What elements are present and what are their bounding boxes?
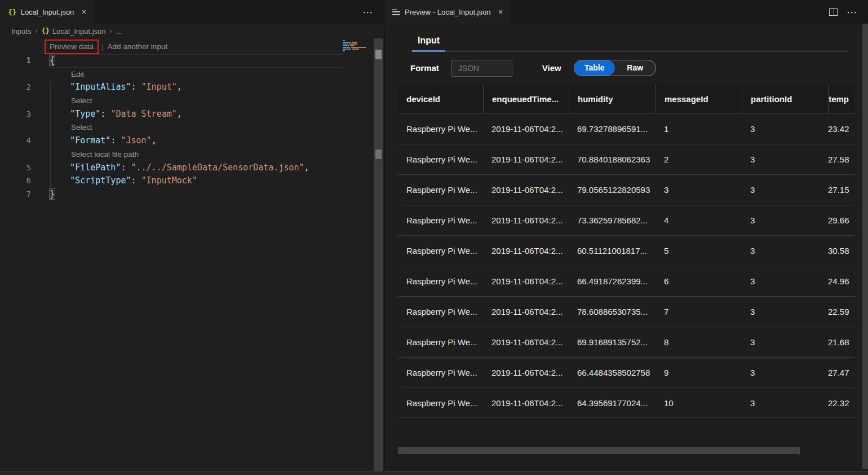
editor-tabbar: {} Local_Input.json ✕ ⋯ [0,0,384,24]
code-line[interactable]: 2 "InputAlias": "Input", [0,81,384,94]
code-token: , [177,82,182,92]
more-actions-icon[interactable]: ⋯ [847,7,858,17]
codelens-link[interactable]: Select local file path [71,150,139,159]
close-icon[interactable]: ✕ [79,7,88,17]
codelens-row: Edit [0,68,384,81]
codelens-row: Select [0,121,384,134]
split-editor-icon[interactable] [829,8,838,16]
tab-local-input-json[interactable]: {} Local_Input.json ✕ [0,0,94,24]
code-line[interactable]: 4 "Format": "Json", [0,134,384,148]
table-row: Raspberry Pi We...2019-11-06T04:2...66.4… [398,266,855,296]
minimap[interactable] [343,40,372,51]
table-cell: 27.58 [828,155,855,164]
codelens-add-input-link[interactable]: Add another input [108,42,168,51]
table-cell: 1 [656,124,742,134]
data-table: deviceIdenqueuedTime...humiditymessageId… [398,85,855,418]
line-number: 6 [0,174,31,188]
code-area: Preview data|Add another input 1{Edit2 "… [0,38,384,471]
table-row: Raspberry Pi We...2019-11-06T04:2...60.5… [398,235,855,266]
code-line[interactable]: 3 "Type": "Data Stream", [0,108,384,121]
table-row: Raspberry Pi We...2019-11-06T04:2...69.7… [398,113,855,144]
code-token: : [110,135,121,146]
code-token: "Type" [70,109,100,119]
codelens-link[interactable]: Select [71,123,92,131]
preview-controls: Format View TableRaw [410,59,868,77]
vscode-window: {} Local_Input.json ✕ ⋯ Inputs › {} Loca… [0,0,868,475]
code-token: , [177,109,182,119]
codelens-preview-data-link[interactable]: Preview data [45,39,99,54]
table-cell: 60.51121001817... [569,246,656,256]
json-braces-icon: {} [41,27,49,35]
table-cell: Raspberry Pi We... [398,398,483,408]
scrollbar-decoration [375,149,382,159]
code-token: "Json" [121,135,151,146]
table-cell: Raspberry Pi We... [398,307,483,316]
table-cell: Raspberry Pi We... [398,246,483,256]
breadcrumb-item-file[interactable]: {} Local_Input.json [41,27,105,36]
code-token: "ScriptType" [70,175,131,186]
tab-title: Preview - Local_Input.json [405,8,490,16]
table-cell: 69.91689135752... [569,337,656,347]
table-cell: 64.39569177024... [569,398,656,408]
editor-vertical-scrollbar[interactable] [374,38,383,471]
table-cell: 30.58 [828,246,855,256]
table-cell: 8 [656,337,742,347]
codelens-link[interactable]: Select [71,96,92,105]
table-cell: 3 [742,276,828,286]
panel-vertical-scrollbar[interactable] [862,24,868,469]
table-cell: 4 [656,215,742,225]
table-cell: 2019-11-06T04:2... [483,215,569,225]
code-line-content: "FilePath": "../../SampleData/SensorData… [50,161,309,175]
code-token: , [304,162,309,173]
close-icon[interactable]: ✕ [496,7,504,17]
table-row: Raspberry Pi We...2019-11-06T04:2...69.9… [398,327,855,357]
table-cell: 70.8840188062363 [569,155,656,164]
code-token: : [121,162,131,173]
code-line-content: "Format": "Json", [50,134,157,148]
table-header-row: deviceIdenqueuedTime...humiditymessageId… [398,85,855,113]
tab-input[interactable]: Input [412,36,445,51]
table-row: Raspberry Pi We...2019-11-06T04:2...78.6… [398,296,855,327]
table-cell: 21.68 [828,337,855,347]
code-line[interactable]: 7} [0,188,384,201]
table-row: Raspberry Pi We...2019-11-06T04:2...64.3… [398,388,855,418]
code-token: : [100,109,110,119]
code-token: "InputMock" [141,175,197,186]
line-number: 1 [0,54,31,68]
code-line-content: "InputAlias": "Input", [50,81,182,94]
code-editor[interactable]: Preview data|Add another input 1{Edit2 "… [0,38,384,471]
table-cell: 79.0565122820593 [569,185,656,195]
chevron-right-icon: › [35,27,37,35]
column-header: partitionId [742,85,828,113]
code-line[interactable]: 6 "ScriptType": "InputMock" [0,174,384,188]
preview-panel: Input Format View TableRaw deviceIdenque… [384,24,868,471]
codelens-link[interactable]: Edit [71,70,84,78]
breadcrumb-file-label: Local_Input.json [52,27,106,36]
breadcrumb-item-tail[interactable]: ... [116,27,122,36]
table-row: Raspberry Pi We...2019-11-06T04:2...79.0… [398,174,855,205]
code-line[interactable]: 1{ [0,54,384,68]
scrollbar-thumb[interactable] [375,50,382,59]
code-token: { [50,55,55,65]
tab-preview-local-input-json[interactable]: Preview - Local_Input.json ✕ [384,0,511,24]
table-cell: 3 [742,215,828,225]
table-cell: 22.32 [828,398,855,408]
table-cell: 2019-11-06T04:2... [483,368,569,377]
table-cell: 3 [742,246,828,256]
line-number: 3 [0,108,31,121]
table-cell: 2 [656,155,742,164]
breadcrumb-item-inputs[interactable]: Inputs [11,27,31,36]
status-bar [0,471,868,475]
code-line[interactable]: 5 "FilePath": "../../SampleData/SensorDa… [0,161,384,175]
format-input[interactable] [451,60,512,77]
table-horizontal-scrollbar[interactable] [398,447,800,454]
code-line-content: { [50,54,55,68]
column-header: deviceId [398,85,483,113]
table-cell: 7 [656,307,742,316]
table-cell: 24.96 [828,276,855,286]
table-cell: 73.36259785682... [569,215,656,225]
toggle-option-raw[interactable]: Raw [615,60,656,76]
codelens-row: Select local file path [0,148,384,161]
toggle-option-table[interactable]: Table [574,60,615,76]
more-actions-icon[interactable]: ⋯ [362,7,374,17]
